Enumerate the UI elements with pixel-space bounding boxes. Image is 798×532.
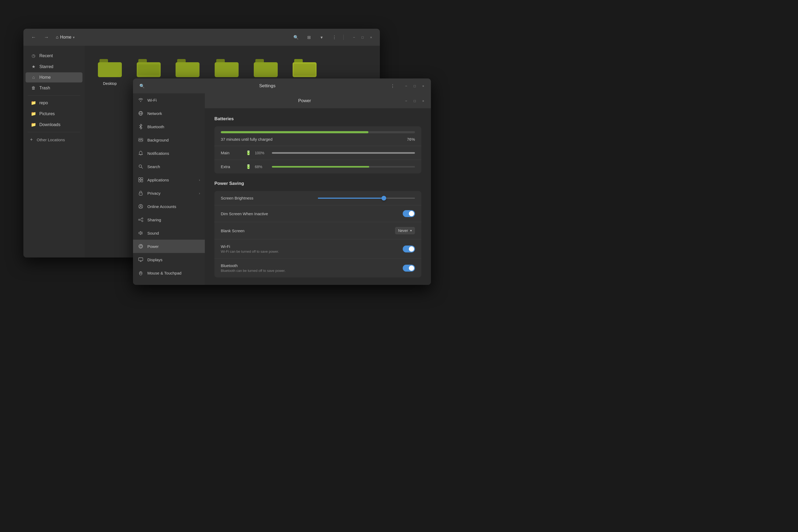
svg-line-31: [140, 218, 142, 220]
settings-window: 🔍 Settings ⋮ − □ × Wi-Fi: [133, 78, 431, 285]
search-settings-label: Search: [147, 165, 160, 169]
power-panel-titlebar: Power − □ ×: [205, 93, 431, 108]
settings-item-wifi[interactable]: Wi-Fi: [133, 93, 205, 107]
svg-rect-25: [139, 193, 142, 195]
svg-rect-4: [138, 64, 159, 75]
sidebar-label-trash: Trash: [39, 86, 50, 91]
settings-item-displays[interactable]: Displays: [133, 253, 205, 266]
sidebar-item-repo[interactable]: 📁 repo: [25, 98, 82, 108]
close-button[interactable]: ×: [367, 34, 375, 41]
sidebar-item-starred[interactable]: ★ Starred: [25, 61, 82, 72]
sidebar-label-pictures: Pictures: [39, 111, 55, 116]
batteries-section-title: Batteries: [214, 116, 421, 121]
settings-item-search[interactable]: Search: [133, 160, 205, 173]
battery-main-fill: [272, 152, 415, 154]
folder-icon-desktop: [98, 59, 122, 79]
battery-main-progress-bar: [221, 131, 415, 133]
power-label: Power: [147, 244, 159, 249]
blank-screen-label: Blank Screen: [221, 228, 395, 233]
sidebar-item-pictures[interactable]: 📁 Pictures: [25, 109, 82, 119]
settings-search-btn[interactable]: 🔍: [137, 81, 147, 91]
battery-extra-pct: 68%: [255, 165, 268, 169]
sidebar-label-recent: Recent: [39, 54, 53, 58]
sound-icon: [138, 230, 144, 236]
maximize-button[interactable]: □: [359, 34, 366, 41]
settings-item-background[interactable]: Background: [133, 133, 205, 147]
sharing-icon: [138, 217, 144, 223]
brightness-slider[interactable]: [318, 198, 415, 199]
svg-rect-10: [254, 62, 278, 77]
folder-icon-go: [175, 59, 200, 79]
forward-button[interactable]: →: [41, 33, 51, 42]
folder-icon-repo: [292, 59, 317, 79]
wifi-icon: [138, 97, 144, 103]
sidebar-item-other-locations[interactable]: + Other Locations: [23, 134, 84, 145]
dim-screen-toggle[interactable]: [403, 210, 415, 217]
settings-close-btn[interactable]: ×: [420, 82, 427, 89]
svg-rect-1: [98, 62, 122, 77]
minimize-button[interactable]: −: [350, 34, 358, 41]
settings-maximize-btn[interactable]: □: [411, 82, 418, 89]
sidebar-label-other: Other Locations: [37, 137, 65, 142]
pictures-icon: 📁: [31, 111, 36, 116]
location-dropdown-icon[interactable]: ▾: [73, 35, 75, 39]
recent-icon: ◷: [31, 53, 36, 58]
wifi-power-label: Wi-Fi: [221, 244, 230, 249]
folder-icon-pictures: [254, 59, 278, 79]
sound-label: Sound: [147, 231, 159, 235]
trash-icon: 🗑: [31, 86, 36, 91]
power-content: Batteries 37 minutes until fully charged…: [205, 108, 431, 285]
power-close-btn[interactable]: ×: [420, 97, 427, 104]
svg-rect-13: [294, 64, 316, 76]
settings-item-notifications[interactable]: Notifications: [133, 147, 205, 160]
network-icon: [138, 110, 144, 116]
settings-menu-btn[interactable]: ⋮: [388, 81, 397, 91]
search-button[interactable]: 🔍: [291, 33, 301, 42]
slider-thumb[interactable]: [381, 196, 386, 201]
settings-item-sound[interactable]: Sound: [133, 226, 205, 240]
settings-item-network[interactable]: Network: [133, 107, 205, 120]
blank-screen-dropdown[interactable]: Never ▾: [395, 227, 415, 234]
battery-main-pct: 100%: [255, 151, 268, 155]
wifi-power-toggle[interactable]: [403, 246, 415, 252]
power-minimize-btn[interactable]: −: [403, 97, 410, 104]
settings-item-privacy[interactable]: Privacy ›: [133, 187, 205, 200]
applications-icon: [138, 177, 144, 183]
power-maximize-btn[interactable]: □: [411, 97, 418, 104]
brightness-label: Screen Brightness: [221, 196, 318, 200]
settings-minimize-btn[interactable]: −: [403, 82, 410, 89]
sidebar-item-home[interactable]: ⌂ Home: [25, 72, 82, 82]
settings-titlebar: 🔍 Settings ⋮ − □ ×: [133, 78, 431, 93]
svg-point-28: [138, 219, 140, 221]
settings-item-online-accounts[interactable]: Online Accounts: [133, 200, 205, 213]
dim-screen-label: Dim Screen When Inactive: [221, 211, 403, 216]
sidebar-item-recent[interactable]: ◷ Recent: [25, 51, 82, 61]
settings-item-applications[interactable]: Applications ›: [133, 173, 205, 187]
battery-row-extra: Extra 🔋 68%: [214, 159, 421, 173]
sidebar-item-downloads[interactable]: 📁 Downloads: [25, 119, 82, 130]
view-toggle-button[interactable]: ⊞: [304, 33, 314, 42]
folder-icon-downloads: [137, 59, 161, 79]
back-button[interactable]: ←: [29, 33, 38, 42]
settings-item-sharing[interactable]: Sharing: [133, 213, 205, 226]
online-accounts-icon: [138, 204, 144, 209]
settings-item-mouse-touchpad[interactable]: Mouse & Touchpad: [133, 266, 205, 280]
more-options-button[interactable]: ⋮: [329, 33, 339, 42]
batteries-card: 37 minutes until fully charged 76% Main …: [214, 126, 421, 173]
dim-screen-toggle-thumb: [409, 211, 414, 216]
battery-extra-fill: [272, 166, 369, 168]
power-panel: Power − □ × Batteries 37 minute: [205, 93, 431, 285]
sidebar-separator-2: [28, 132, 80, 132]
file-item-desktop[interactable]: Desktop: [95, 56, 125, 88]
wifi-power-labels: Wi-Fi Wi-Fi can be turned off to save po…: [221, 244, 403, 253]
battery-main-icon: 🔋: [246, 150, 251, 155]
settings-item-power[interactable]: Power: [133, 240, 205, 253]
bluetooth-power-label: Bluetooth: [221, 263, 238, 268]
sidebar-item-trash[interactable]: 🗑 Trash: [25, 83, 82, 93]
power-row-dim-screen: Dim Screen When Inactive: [214, 205, 421, 222]
settings-item-bluetooth[interactable]: Bluetooth: [133, 120, 205, 133]
bluetooth-power-toggle[interactable]: [403, 265, 415, 271]
svg-point-30: [142, 221, 143, 222]
view-options-button[interactable]: ▾: [317, 33, 326, 42]
power-row-bluetooth: Bluetooth Bluetooth can be turned off to…: [214, 259, 421, 278]
